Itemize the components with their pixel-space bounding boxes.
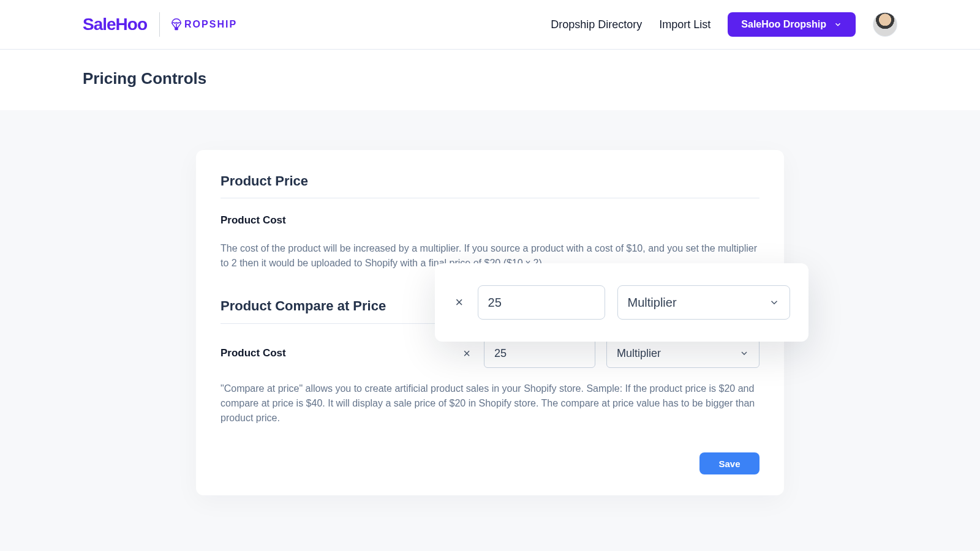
logo-dropship[interactable]: ROPSHIP (160, 18, 237, 31)
product-mode-select[interactable]: Multiplier (617, 285, 790, 320)
save-button[interactable]: Save (699, 452, 760, 474)
product-multiplier-input[interactable] (478, 285, 605, 320)
logo-dropship-text: ROPSHIP (184, 19, 237, 30)
product-price-heading: Product Price (221, 173, 760, 198)
multiply-icon: × (453, 294, 466, 310)
save-row: Save (221, 452, 760, 474)
page-title: Pricing Controls (83, 69, 897, 88)
compare-price-heading: Product Compare at Price (221, 298, 386, 314)
nav-dropship-directory[interactable]: Dropship Directory (551, 18, 642, 31)
parachute-icon (170, 18, 183, 31)
salehoo-dropship-dropdown[interactable]: SaleHoo Dropship (728, 12, 856, 37)
page-title-bar: Pricing Controls (0, 50, 980, 110)
compare-controls: × Multiplier (461, 339, 760, 368)
chevron-down-icon (769, 297, 780, 308)
product-mode-value: Multiplier (628, 296, 677, 310)
logo-salehoo[interactable]: SaleHoo (83, 12, 160, 37)
app-header: SaleHoo ROPSHIP Dropship Directory Impor… (0, 0, 980, 50)
compare-multiplier-input[interactable] (484, 339, 595, 368)
product-price-popover: × Multiplier (435, 263, 809, 342)
dropship-btn-label: SaleHoo Dropship (741, 19, 826, 30)
avatar[interactable] (873, 12, 897, 37)
compare-price-description: "Compare at price" allows you to create … (221, 381, 760, 425)
logo-group: SaleHoo ROPSHIP (83, 12, 237, 37)
compare-mode-value: Multiplier (617, 347, 661, 360)
nav-import-list[interactable]: Import List (659, 18, 710, 31)
content-area: Product Price Product Cost The cost of t… (0, 110, 980, 551)
product-cost-label: Product Cost (221, 214, 760, 227)
compare-cost-label: Product Cost (221, 347, 286, 359)
compare-mode-select[interactable]: Multiplier (606, 339, 760, 368)
chevron-down-icon (834, 20, 842, 29)
compare-cost-row: Product Cost × Multiplier (221, 339, 760, 368)
chevron-down-icon (739, 348, 749, 358)
header-nav: Dropship Directory Import List SaleHoo D… (551, 12, 897, 37)
svg-rect-0 (175, 28, 178, 31)
multiply-icon: × (461, 347, 473, 361)
